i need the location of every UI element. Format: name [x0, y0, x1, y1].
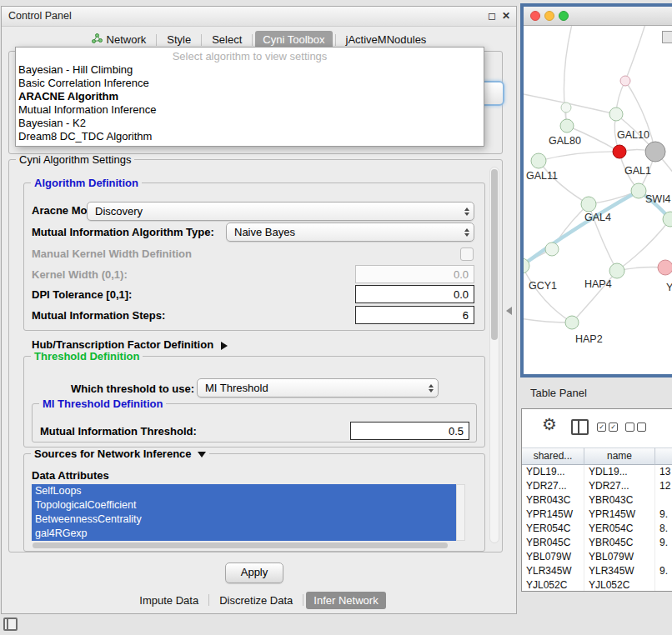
network-node-gal80[interactable] [560, 119, 574, 132]
attributes-vertical-scrollbar[interactable] [456, 484, 465, 541]
algorithm-option[interactable]: Mutual Information Inference [16, 103, 484, 117]
network-node[interactable] [609, 108, 623, 121]
attributes-horizontal-scrollbar[interactable] [33, 542, 454, 549]
float-window-icon[interactable]: ◻ [488, 10, 496, 22]
mi-threshold-field[interactable] [350, 422, 469, 440]
table-cell: YLR345W [522, 564, 584, 578]
mi-steps-field[interactable] [355, 306, 474, 324]
settings-scrollbar[interactable] [489, 167, 499, 543]
tab-separator [303, 594, 303, 606]
manual-kernel-width-checkbox[interactable] [460, 248, 474, 261]
kernel-width-field[interactable] [355, 265, 474, 283]
network-node[interactable] [658, 260, 672, 275]
tab-discretize-data[interactable]: Discretize Data [212, 592, 300, 609]
table-row[interactable]: YBL079WYBL079W [522, 550, 672, 564]
network-node-gal4[interactable] [581, 197, 596, 212]
close-traffic-light-icon[interactable] [530, 11, 540, 21]
network-edge[interactable] [539, 161, 589, 204]
dpi-tolerance-field[interactable] [355, 285, 474, 303]
algorithm-option[interactable]: Bayesian - Hill Climbing [16, 63, 484, 77]
column-layout-icon[interactable] [571, 419, 589, 435]
collapsed-panel-icon[interactable] [3, 618, 18, 631]
algorithm-option[interactable]: ARACNE Algorithm [16, 90, 484, 103]
hub-definition-label: Hub/Transcription Factor Definition [32, 338, 213, 351]
select-all-icon[interactable] [597, 422, 620, 438]
table-cell: 8. [655, 522, 672, 536]
attribute-item[interactable]: gal4RGexp [32, 527, 456, 541]
algorithm-option[interactable]: Dream8 DC_TDC Algorithm [16, 130, 484, 143]
tab-jactivemnodules[interactable]: jActiveMNodules [339, 31, 434, 48]
table-panel-window: ⚙ shared...name YDL19...YDL19...13YDR27.… [521, 408, 672, 592]
tab-cyni-toolbox[interactable]: Cyni Toolbox [255, 31, 332, 48]
table-row[interactable]: YPR145WYPR145W9. [522, 508, 672, 522]
combobox-value: MI Threshold [205, 382, 268, 394]
network-edge[interactable] [539, 152, 619, 161]
column-header[interactable] [655, 448, 672, 465]
column-header[interactable]: name [584, 448, 655, 465]
network-graph-svg: GAL80GAL10GAL11GAL1SWI4GAL4GCY1HAP4YHAP2 [524, 26, 672, 372]
table-row[interactable]: YJL052CYJL052C [522, 578, 672, 592]
kernel-width-label: Kernel Width (0,1): [32, 266, 128, 284]
scrollbar-thumb[interactable] [33, 542, 448, 548]
algorithm-option[interactable]: Bayesian - K2 [16, 117, 484, 130]
popup-placeholder: Select algorithm to view settings [16, 49, 484, 63]
table-row[interactable]: YER054CYER054C8. [522, 522, 672, 536]
mi-threshold-label: Mutual Information Threshold: [40, 422, 197, 441]
network-node[interactable] [613, 145, 626, 158]
data-attributes-list: SelfLoopsTopologicalCoefficientBetweenne… [32, 484, 456, 541]
network-window-titlebar [524, 7, 672, 26]
network-edge[interactable] [625, 81, 655, 152]
tab-infer-network[interactable]: Infer Network [306, 592, 385, 609]
table-row[interactable]: YDR27...YDR27...12 [522, 479, 672, 493]
control-panel-titlebar: Control Panel ◻ ✕ [2, 7, 516, 27]
zoom-traffic-light-icon[interactable] [559, 11, 569, 21]
network-node[interactable] [545, 242, 559, 256]
algorithm-option[interactable]: Basic Correlation Inference [16, 77, 484, 90]
which-threshold-combobox[interactable]: MI Threshold [197, 378, 439, 398]
aracne-mode-combobox[interactable]: Discovery [87, 202, 474, 221]
attribute-item[interactable]: BetweennessCentrality [32, 512, 456, 527]
tab-network[interactable]: Network [84, 31, 154, 48]
apply-button[interactable]: Apply [225, 562, 283, 583]
table-row[interactable]: YBR043CYBR043C [522, 493, 672, 508]
close-icon[interactable]: ✕ [502, 10, 510, 22]
tab-select[interactable]: Select [204, 31, 249, 48]
table-row[interactable]: YDL19...YDL19...13 [522, 465, 672, 479]
birdseye-toggle-icon[interactable] [662, 31, 672, 43]
table-cell: YER054C [584, 522, 655, 536]
scrollbar-thumb[interactable] [491, 169, 498, 340]
mi-threshold-definition-title: MI Threshold Definition [39, 398, 166, 410]
tab-style[interactable]: Style [159, 31, 198, 48]
network-node-hap4[interactable] [609, 263, 624, 278]
network-edge[interactable] [524, 266, 572, 322]
table-header-row: shared...name [522, 448, 672, 465]
network-node-gal10[interactable] [645, 142, 665, 162]
mi-steps-label: Mutual Information Steps: [32, 307, 165, 325]
expanded-arrow-icon [198, 452, 206, 458]
tab-label: Network [107, 33, 147, 46]
network-node-hap2[interactable] [565, 316, 579, 329]
network-node[interactable] [620, 76, 630, 86]
sources-group-title[interactable]: Sources for Network Inference [31, 448, 209, 460]
network-node-gal11[interactable] [531, 153, 546, 168]
panel-collapse-arrow-icon[interactable] [506, 307, 512, 315]
table-cell: 9. [655, 564, 672, 578]
network-node[interactable] [561, 102, 571, 112]
attribute-item[interactable]: SelfLoops [32, 484, 456, 498]
mi-algorithm-type-combobox[interactable]: Naive Bayes [226, 222, 474, 242]
network-node-gal1[interactable] [631, 183, 646, 198]
tab-label: Discretize Data [219, 594, 293, 607]
settings-gear-icon[interactable]: ⚙ [542, 414, 557, 434]
node-label: GAL4 [584, 212, 611, 223]
deselect-all-icon[interactable] [625, 422, 649, 438]
network-edge[interactable] [625, 26, 649, 81]
algorithm-definition-title: Algorithm Definition [31, 177, 142, 189]
tab-separator [201, 34, 202, 46]
attribute-item[interactable]: TopologicalCoefficient [32, 498, 456, 512]
network-canvas[interactable]: GAL80GAL10GAL11GAL1SWI4GAL4GCY1HAP4YHAP2 [524, 26, 672, 374]
tab-impute-data[interactable]: Impute Data [132, 592, 206, 609]
table-row[interactable]: YBR045CYBR045C9. [522, 536, 672, 550]
column-header[interactable]: shared... [522, 448, 584, 465]
minimize-traffic-light-icon[interactable] [544, 11, 554, 21]
table-row[interactable]: YLR345WYLR345W9. [522, 564, 672, 578]
